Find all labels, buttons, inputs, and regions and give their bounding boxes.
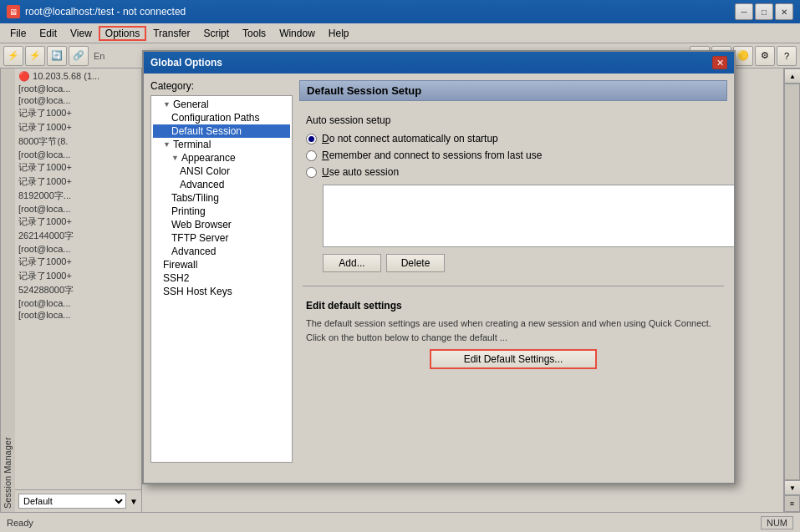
radio-option-2[interactable]: Remember and connect to sessions from la…	[306, 149, 721, 161]
edit-section-label: Edit default settings	[306, 300, 721, 312]
radio-3-label: Use auto session	[322, 166, 399, 178]
dialog-body: Category: ▼ General Configuration Paths …	[144, 73, 734, 483]
toolbar-btn-8[interactable]: ⚙	[755, 46, 775, 66]
dialog-titlebar: Global Options ✕	[144, 52, 734, 73]
scroll-up-btn[interactable]: ▲	[784, 68, 800, 84]
session-item-17[interactable]: 524288000字	[17, 283, 140, 297]
status-text: Ready	[7, 518, 33, 528]
radio-1-circle[interactable]	[306, 134, 317, 144]
session-item-4[interactable]: 记录了1000+	[17, 106, 140, 120]
radio-3-circle[interactable]	[306, 167, 317, 178]
session-item-3[interactable]: [root@loca...	[17, 94, 140, 106]
toolbar-btn-1[interactable]: ⚡	[3, 46, 23, 66]
menu-tools[interactable]: Tools	[236, 26, 273, 41]
maximize-button[interactable]: □	[755, 3, 773, 20]
session-btn-row: Add... Delete	[323, 254, 721, 272]
menu-window[interactable]: Window	[273, 26, 322, 41]
tree-label-terminal: Terminal	[173, 139, 211, 150]
session-dropdown-arrow[interactable]: ▼	[130, 497, 138, 506]
tree-item-advanced-terminal[interactable]: Advanced	[153, 245, 290, 258]
toolbar-btn-9[interactable]: ?	[777, 46, 797, 66]
toolbar-btn-7[interactable]: 🟡	[733, 46, 753, 66]
tree-label-advanced-appearance: Advanced	[180, 179, 224, 190]
session-item-5[interactable]: 记录了1000+	[17, 120, 140, 134]
menu-edit[interactable]: Edit	[33, 26, 64, 41]
tree-label-ansi-color: ANSI Color	[180, 165, 230, 177]
session-item-15[interactable]: 记录了1000+	[17, 255, 140, 269]
toolbar-btn-4[interactable]: 🔗	[69, 46, 89, 66]
tree-item-web-browser[interactable]: Web Browser	[153, 218, 290, 231]
minimize-button[interactable]: ─	[735, 3, 753, 20]
tree-item-printing[interactable]: Printing	[153, 205, 290, 218]
session-item-6[interactable]: 8000字节(8.	[17, 134, 140, 149]
divider	[303, 286, 724, 286]
tree-label-config-paths: Configuration Paths	[171, 112, 259, 124]
tree-item-ssh2[interactable]: SSH2	[153, 271, 290, 285]
session-listbox[interactable]	[323, 185, 734, 247]
menu-view[interactable]: View	[64, 26, 99, 41]
edit-section: Edit default settings The default sessio…	[299, 293, 727, 376]
menu-help[interactable]: Help	[322, 26, 356, 41]
tree-item-advanced-appearance[interactable]: Advanced	[153, 178, 290, 191]
session-item-10[interactable]: 8192000字...	[17, 189, 140, 203]
session-item-8[interactable]: 记录了1000+	[17, 160, 140, 175]
scroll-extra-btn[interactable]: ≡	[784, 495, 800, 512]
radio-option-1[interactable]: Do not connect automatically on startup	[306, 133, 721, 144]
toolbar-label: En	[90, 51, 108, 61]
content-panel: Default Session Setup Auto session setup…	[299, 80, 727, 476]
tree-item-terminal[interactable]: ▼ Terminal	[153, 138, 290, 151]
session-manager: Session Manager 🔴 10.203.5.68 (1... [roo…	[0, 68, 142, 512]
title-bar: 🖥 root@localhost:/test - not connected ─…	[0, 0, 800, 23]
radio-2-circle[interactable]	[306, 150, 317, 161]
num-lock-indicator: NUM	[761, 516, 793, 529]
dialog-close-button[interactable]: ✕	[712, 56, 727, 69]
session-item-1[interactable]: 🔴 10.203.5.68 (1...	[17, 70, 140, 83]
tree-item-appearance[interactable]: ▼ Appearance	[153, 151, 290, 165]
edit-btn-row: Edit Default Settings...	[306, 349, 721, 369]
menu-options[interactable]: Options	[99, 26, 146, 41]
tree-item-tabs-tiling[interactable]: Tabs/Tiling	[153, 191, 290, 205]
session-item-12[interactable]: 记录了1000+	[17, 215, 140, 229]
tree-label-tftp-server: TFTP Server	[171, 232, 228, 244]
radio-1-label: Do not connect automatically on startup	[322, 133, 498, 144]
session-bottom: Default ▼	[15, 489, 141, 512]
tree-label-printing: Printing	[171, 205, 206, 217]
session-item-19[interactable]: [root@loca...	[17, 309, 140, 321]
session-item-2[interactable]: [root@loca...	[17, 83, 140, 94]
toolbar-btn-2[interactable]: ⚡	[25, 46, 45, 66]
dialog-title: Global Options	[150, 57, 712, 68]
menu-file[interactable]: File	[3, 26, 33, 41]
scroll-down-btn[interactable]: ▼	[784, 480, 800, 495]
tree-item-general[interactable]: ▼ General	[153, 98, 290, 111]
session-item-9[interactable]: 记录了1000+	[17, 175, 140, 189]
session-item-13[interactable]: 262144000字	[17, 229, 140, 243]
window-controls: ─ □ ✕	[735, 3, 793, 20]
right-scrollbar: ▲ ▼ ≡	[783, 68, 800, 512]
session-item-11[interactable]: [root@loca...	[17, 203, 140, 215]
tree-item-default-session[interactable]: Default Session	[153, 124, 290, 138]
session-item-18[interactable]: [root@loca...	[17, 297, 140, 309]
toolbar-btn-3[interactable]: 🔄	[47, 46, 67, 66]
session-item-16[interactable]: 记录了1000+	[17, 269, 140, 283]
tree-item-ssh-host-keys[interactable]: SSH Host Keys	[153, 285, 290, 298]
tree-item-ansi-color[interactable]: ANSI Color	[153, 165, 290, 178]
tree-item-config-paths[interactable]: Configuration Paths	[153, 111, 290, 124]
session-item-7[interactable]: [root@loca...	[17, 149, 140, 160]
session-dropdown[interactable]: Default	[18, 494, 126, 509]
edit-default-settings-button[interactable]: Edit Default Settings...	[430, 349, 597, 369]
tree-label-firewall: Firewall	[163, 259, 197, 271]
delete-session-button[interactable]: Delete	[386, 254, 445, 272]
tree-item-firewall[interactable]: Firewall	[153, 258, 290, 271]
tree-label-ssh-host-keys: SSH Host Keys	[163, 286, 232, 297]
tree-arrow-appearance: ▼	[171, 154, 180, 162]
tree-item-tftp-server[interactable]: TFTP Server	[153, 231, 290, 245]
session-item-14[interactable]: [root@loca...	[17, 243, 140, 255]
global-options-dialog: Global Options ✕ Category: ▼ General Con…	[142, 50, 736, 484]
app-icon: 🖥	[7, 5, 20, 18]
close-button[interactable]: ✕	[775, 3, 793, 20]
radio-option-3[interactable]: Use auto session	[306, 166, 721, 178]
menu-transfer[interactable]: Transfer	[146, 26, 196, 41]
add-session-button[interactable]: Add...	[323, 254, 381, 272]
edit-section-desc: The default session settings are used wh…	[306, 317, 721, 344]
menu-script[interactable]: Script	[196, 26, 236, 41]
